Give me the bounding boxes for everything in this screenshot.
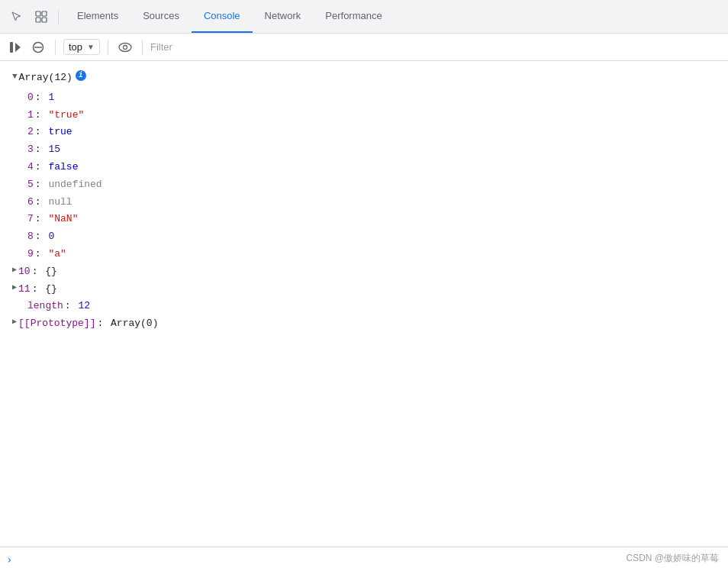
- array-item-0: 0 : 1: [0, 89, 728, 107]
- array-item-9: 9 : "a": [0, 246, 728, 263]
- tab-performance[interactable]: Performance: [313, 0, 394, 33]
- svg-point-8: [119, 43, 131, 51]
- item-10-expand[interactable]: [12, 264, 17, 276]
- context-selector[interactable]: top ▼: [63, 39, 100, 55]
- cursor-icon: [11, 11, 23, 23]
- execute-btn[interactable]: [6, 38, 24, 56]
- array-item-2: 2 : true: [0, 124, 728, 141]
- tab-elements[interactable]: Elements: [65, 0, 130, 33]
- console-toolbar: top ▼: [0, 34, 728, 61]
- array-length: length : 12: [0, 298, 728, 315]
- tab-console[interactable]: Console: [192, 0, 253, 33]
- clear-btn[interactable]: [29, 38, 47, 56]
- tab-bar: Elements Sources Console Network Perform…: [65, 0, 722, 33]
- watermark: CSDN @傲娇味的草莓: [626, 552, 719, 565]
- prototype-expand[interactable]: [12, 316, 17, 328]
- array-expand-arrow[interactable]: [12, 70, 18, 84]
- eye-icon: [118, 42, 132, 53]
- cursor-icon-btn[interactable]: [6, 6, 27, 27]
- array-item-4: 4 : false: [0, 159, 728, 176]
- console-prompt: ›: [0, 547, 728, 571]
- devtools-toolbar: Elements Sources Console Network Perform…: [0, 0, 728, 34]
- play-icon: [9, 41, 21, 53]
- array-item-6: 6 : null: [0, 194, 728, 211]
- svg-point-9: [123, 45, 127, 49]
- array-item-1: 1 : "true": [0, 107, 728, 124]
- prototype-line: [[Prototype]] : Array(0): [0, 315, 728, 333]
- item-11-expand[interactable]: [12, 282, 17, 294]
- array-item-8: 8 : 0: [0, 228, 728, 246]
- live-expressions-btn[interactable]: [116, 38, 134, 56]
- console-content: Array(12) i 0 : 1 1 : "true" 2 : true 3 …: [0, 61, 728, 547]
- tab-sources[interactable]: Sources: [130, 0, 192, 33]
- info-badge[interactable]: i: [76, 70, 86, 81]
- array-item-11: 11 : {}: [0, 281, 728, 298]
- array-item-7: 7 : "NaN": [0, 211, 728, 228]
- svg-rect-3: [42, 18, 47, 22]
- array-item-5: 5 : undefined: [0, 176, 728, 194]
- svg-rect-4: [10, 42, 13, 53]
- prompt-symbol: ›: [6, 553, 12, 566]
- inspect-icon-btn[interactable]: [31, 6, 52, 27]
- inspect-icon: [35, 11, 47, 23]
- svg-marker-5: [15, 43, 21, 52]
- array-item-3: 3 : 15: [0, 141, 728, 159]
- divider-2: [108, 40, 108, 55]
- toolbar-divider: [58, 9, 59, 24]
- svg-rect-0: [36, 11, 40, 16]
- svg-rect-1: [42, 11, 47, 16]
- tab-network[interactable]: Network: [253, 0, 314, 33]
- svg-rect-2: [36, 18, 40, 22]
- array-item-10: 10 : {}: [0, 263, 728, 281]
- divider-3: [142, 40, 143, 55]
- clear-icon: [32, 41, 44, 53]
- filter-input[interactable]: [150, 38, 722, 56]
- console-toolbar-divider: [55, 40, 56, 55]
- chevron-down-icon: ▼: [87, 43, 95, 51]
- array-header-line: Array(12) i: [0, 67, 728, 89]
